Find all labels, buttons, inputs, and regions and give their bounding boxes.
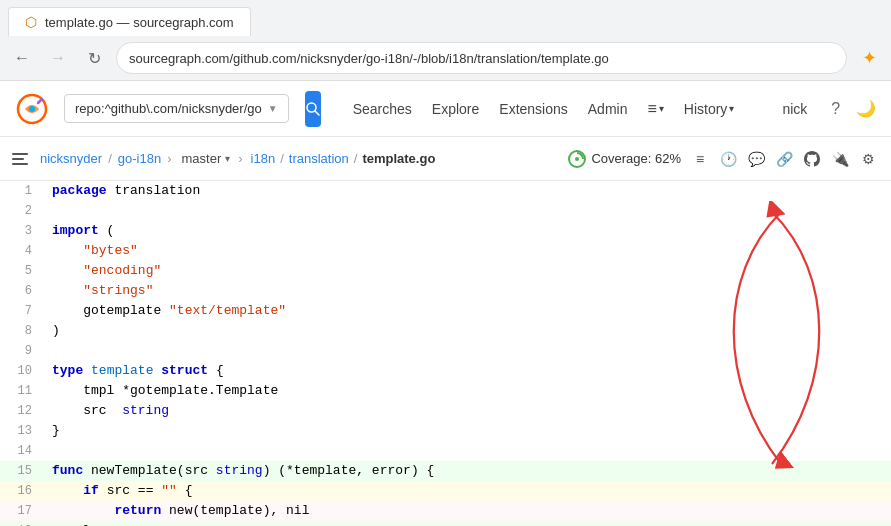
line-number: 9 (0, 341, 40, 361)
line-code[interactable] (40, 441, 891, 461)
search-button[interactable] (305, 91, 321, 127)
line-number: 7 (0, 301, 40, 321)
line-code[interactable] (40, 201, 891, 221)
sidebar-toggle[interactable] (12, 149, 32, 169)
nav-more[interactable]: ≡ ▾ (639, 94, 671, 124)
line-code[interactable]: type template struct { (40, 361, 891, 381)
nav-admin[interactable]: Admin (580, 95, 636, 123)
line-number: 16 (0, 481, 40, 501)
browser-toolbar: ← → ↻ ✦ (0, 36, 891, 80)
search-icon (305, 101, 321, 117)
sg-logo[interactable] (16, 91, 48, 127)
line-code[interactable]: src string (40, 401, 891, 421)
code-line: 13} (0, 421, 891, 441)
reload-button[interactable]: ↻ (80, 44, 108, 72)
breadcrumb-repo[interactable]: go-i18n (118, 151, 161, 166)
code-line: 8) (0, 321, 891, 341)
browser-tabs: ⬡ template.go — sourcegraph.com (0, 0, 891, 36)
nav-user[interactable]: nick (774, 95, 815, 123)
toolbar-chat-icon[interactable]: 💬 (745, 148, 767, 170)
path-sep1: / (280, 151, 284, 166)
path-sep2: / (354, 151, 358, 166)
line-number: 8 (0, 321, 40, 341)
breadcrumb-user[interactable]: nicksnyder (40, 151, 102, 166)
code-line: 7 gotemplate "text/template" (0, 301, 891, 321)
nav-explore[interactable]: Explore (424, 95, 487, 123)
nav-more-arrow: ▾ (659, 103, 664, 114)
code-line: 17 return new(template), nil (0, 501, 891, 521)
nav-help-button[interactable]: ? (831, 95, 840, 123)
repo-selector-arrow: ▼ (268, 103, 278, 114)
darkmode-icon: 🌙 (856, 99, 876, 118)
code-line: 14 (0, 441, 891, 461)
line-number: 17 (0, 501, 40, 521)
toolbar-plug-icon[interactable]: 🔌 (829, 148, 851, 170)
tab-title: template.go — sourcegraph.com (45, 15, 234, 30)
coverage-badge: Coverage: 62% ≡ 🕐 💬 🔗 🔌 ⚙ (567, 148, 879, 170)
code-container: 1package translation2 3import (4 "bytes"… (0, 181, 891, 526)
line-code[interactable]: "strings" (40, 281, 891, 301)
branch-selector[interactable]: master ▾ (181, 151, 230, 166)
toolbar-clock-icon[interactable]: 🕐 (717, 148, 739, 170)
toolbar-settings-icon[interactable]: ⚙ (857, 148, 879, 170)
repo-selector[interactable]: repo:^github\.com/nicksnyder/go ▼ (64, 94, 289, 123)
code-line: 10type template struct { (0, 361, 891, 381)
code-line: 18 } (0, 521, 891, 526)
line-code[interactable]: package translation (40, 181, 891, 201)
svg-point-5 (575, 157, 579, 161)
line-number: 2 (0, 201, 40, 221)
sidebar-toggle-line2 (12, 158, 24, 160)
line-code[interactable]: if src == "" { (40, 481, 891, 501)
sidebar-toggle-line3 (12, 163, 28, 165)
line-number: 12 (0, 401, 40, 421)
line-code[interactable] (40, 341, 891, 361)
line-code[interactable]: } (40, 521, 891, 526)
coverage-icon (567, 149, 587, 169)
back-button[interactable]: ← (8, 44, 36, 72)
address-bar[interactable] (116, 42, 847, 74)
nav-darkmode-button[interactable]: 🌙 (856, 95, 876, 123)
code-editor[interactable]: 1package translation2 3import (4 "bytes"… (0, 181, 891, 526)
browser-tab[interactable]: ⬡ template.go — sourcegraph.com (8, 7, 251, 36)
coverage-label: Coverage: 62% (591, 151, 681, 166)
nav-more-icon: ≡ (647, 100, 656, 118)
breadcrumb-filename: template.go (362, 151, 435, 166)
line-number: 5 (0, 261, 40, 281)
breadcrumb-path2[interactable]: translation (289, 151, 349, 166)
nav-history-label: History (684, 101, 728, 117)
line-code[interactable]: import ( (40, 221, 891, 241)
nav-extensions[interactable]: Extensions (491, 95, 575, 123)
nav-history[interactable]: History ▾ (676, 95, 743, 123)
code-line: 16 if src == "" { (0, 481, 891, 501)
code-line: 4 "bytes" (0, 241, 891, 261)
nav-searches[interactable]: Searches (345, 95, 420, 123)
line-number: 14 (0, 441, 40, 461)
help-icon: ? (831, 100, 840, 118)
breadcrumb-path1[interactable]: i18n (251, 151, 276, 166)
breadcrumb-path-arrow: › (238, 151, 242, 166)
line-code[interactable]: func newTemplate(src string) (*template,… (40, 461, 891, 481)
toolbar-link-icon[interactable]: 🔗 (773, 148, 795, 170)
toolbar-github-icon[interactable] (801, 148, 823, 170)
line-code[interactable]: "bytes" (40, 241, 891, 261)
code-line: 11 tmpl *gotemplate.Template (0, 381, 891, 401)
extension-icon[interactable]: ✦ (855, 44, 883, 72)
line-number: 1 (0, 181, 40, 201)
line-number: 4 (0, 241, 40, 261)
line-code[interactable]: tmpl *gotemplate.Template (40, 381, 891, 401)
line-code[interactable]: return new(template), nil (40, 501, 891, 521)
code-line: 1package translation (0, 181, 891, 201)
line-code[interactable]: ) (40, 321, 891, 341)
svg-line-3 (315, 111, 319, 115)
sidebar-toggle-line1 (12, 153, 28, 155)
line-code[interactable]: "encoding" (40, 261, 891, 281)
toolbar-list-icon[interactable]: ≡ (689, 148, 711, 170)
line-code[interactable]: gotemplate "text/template" (40, 301, 891, 321)
forward-button[interactable]: → (44, 44, 72, 72)
repo-selector-label: repo:^github\.com/nicksnyder/go (75, 101, 262, 116)
nav-history-arrow: ▾ (729, 103, 734, 114)
line-number: 15 (0, 461, 40, 481)
code-line: 5 "encoding" (0, 261, 891, 281)
breadcrumb-bar: nicksnyder / go-i18n › master ▾ › i18n /… (0, 137, 891, 181)
line-code[interactable]: } (40, 421, 891, 441)
